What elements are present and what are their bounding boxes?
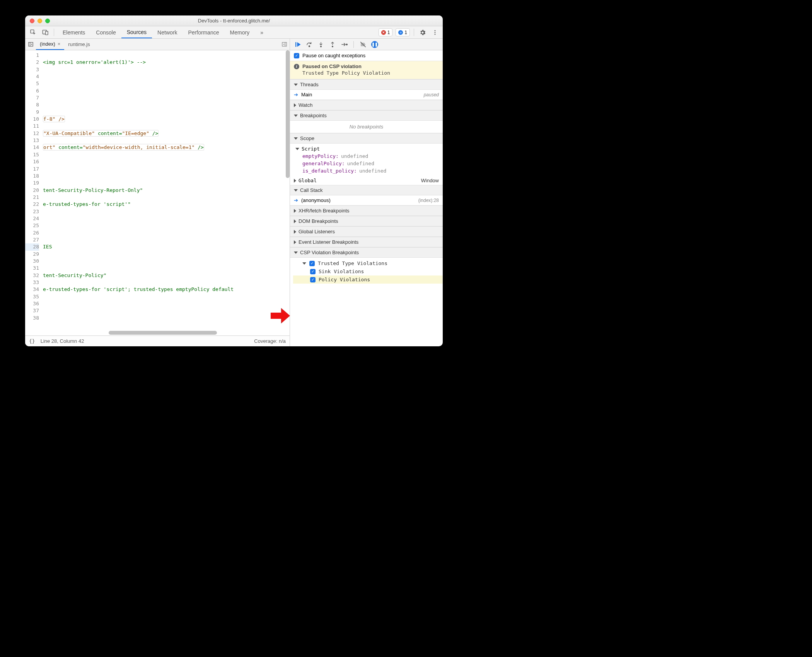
chevron-right-icon	[294, 209, 296, 213]
editor-tab-index[interactable]: (index) ×	[36, 39, 64, 50]
pretty-print-icon[interactable]: {}	[29, 338, 35, 344]
tab-sources[interactable]: Sources	[121, 26, 152, 38]
chevron-down-icon	[294, 137, 298, 140]
resume-icon[interactable]	[293, 40, 302, 49]
stack-frame-row[interactable]: ➔ (anonymous) (index):28	[290, 195, 443, 205]
chevron-right-icon	[294, 230, 296, 234]
debugger-content: ✓ Pause on caught exceptions i Paused on…	[290, 50, 443, 346]
svg-rect-7	[282, 43, 286, 46]
chevron-down-icon	[294, 189, 298, 192]
tab-network[interactable]: Network	[152, 26, 183, 38]
settings-icon[interactable]	[417, 26, 428, 38]
tab-elements[interactable]: Elements	[57, 26, 90, 38]
errors-badge[interactable]: ✕ 1	[379, 28, 393, 36]
step-into-icon[interactable]	[316, 40, 326, 49]
device-toggle-icon[interactable]	[40, 26, 51, 38]
tabs-overflow[interactable]: »	[255, 26, 269, 38]
pause-state-icon[interactable]: ❚❚	[370, 40, 379, 49]
horizontal-scrollbar[interactable]	[58, 331, 286, 335]
editor-tab-label: runtime.js	[68, 41, 90, 47]
editor-tab-runtime[interactable]: runtime.js	[64, 39, 94, 50]
chevron-right-icon	[294, 103, 296, 107]
checkbox-icon[interactable]: ✓	[310, 269, 316, 274]
window-title: DevTools - tt-enforced.glitch.me/	[25, 18, 443, 24]
sources-content: (index) × runtime.js 1234567891011121314…	[25, 39, 443, 346]
chevron-down-icon	[294, 115, 298, 117]
global-listeners-header[interactable]: Global Listeners	[290, 226, 443, 237]
csp-tree: ✓ Trusted Type Violations ✓ Sink Violati…	[290, 258, 443, 287]
event-listener-breakpoints-header[interactable]: Event Listener Breakpoints	[290, 237, 443, 247]
debugger-toolbar: ❚❚	[290, 39, 443, 50]
coverage-indicator: Coverage: n/a	[254, 338, 286, 344]
show-navigator-icon[interactable]	[25, 39, 36, 50]
svg-point-12	[346, 44, 347, 45]
tab-console[interactable]: Console	[90, 26, 121, 38]
dom-breakpoints-header[interactable]: DOM Breakpoints	[290, 216, 443, 226]
svg-rect-2	[45, 31, 48, 35]
chevron-down-icon	[294, 84, 298, 86]
line-gutter: 1234567891011121314151617181920212223242…	[25, 50, 41, 335]
devtools-window: DevTools - tt-enforced.glitch.me/ Elemen…	[25, 15, 443, 346]
deactivate-breakpoints-icon[interactable]	[358, 40, 368, 49]
thread-row-main[interactable]: ➔ Main paused	[290, 90, 443, 100]
kebab-menu-icon[interactable]	[430, 26, 440, 38]
traffic-lights	[25, 19, 50, 23]
watch-section-header[interactable]: Watch	[290, 100, 443, 110]
current-thread-icon: ➔	[294, 92, 298, 98]
titlebar: DevTools - tt-enforced.glitch.me/	[25, 15, 443, 26]
svg-point-11	[332, 46, 333, 47]
svg-point-4	[435, 32, 436, 33]
code-body[interactable]: <img src=1 onerror='alert(1)'> --> f-8" …	[41, 50, 290, 335]
checkbox-icon[interactable]: ✓	[309, 261, 315, 266]
paused-title: Paused on CSP violation	[302, 63, 362, 69]
paused-info-box: i Paused on CSP violation Trusted Type P…	[290, 61, 443, 79]
xhr-breakpoints-header[interactable]: XHR/fetch Breakpoints	[290, 205, 443, 216]
no-breakpoints-message: No breakpoints	[290, 121, 443, 133]
code-editor[interactable]: 1234567891011121314151617181920212223242…	[25, 50, 290, 335]
svg-point-3	[435, 30, 436, 31]
csp-trusted-type-row[interactable]: ✓ Trusted Type Violations	[293, 259, 443, 267]
svg-point-5	[435, 34, 436, 35]
cursor-position: Line 28, Column 42	[41, 338, 84, 344]
tab-performance[interactable]: Performance	[183, 26, 224, 38]
csp-policy-violations-row[interactable]: ✓ Policy Violations	[293, 275, 443, 284]
debugger-pane: ❚❚ ✓ Pause on caught exceptions i Paused…	[290, 39, 443, 346]
svg-rect-6	[28, 43, 32, 46]
step-out-icon[interactable]	[328, 40, 337, 49]
zoom-window-icon[interactable]	[45, 19, 50, 23]
close-window-icon[interactable]	[30, 19, 34, 23]
step-icon[interactable]	[339, 40, 349, 49]
chevron-right-icon	[294, 219, 296, 223]
checkbox-icon[interactable]: ✓	[310, 277, 316, 282]
editor-pane: (index) × runtime.js 1234567891011121314…	[25, 39, 290, 346]
scope-global-row[interactable]: Global Window	[290, 176, 443, 185]
csp-sink-violations-row[interactable]: ✓ Sink Violations	[293, 267, 443, 275]
svg-point-9	[309, 46, 310, 47]
info-icon: i	[294, 64, 299, 69]
chevron-down-icon	[302, 262, 306, 265]
svg-rect-8	[295, 42, 296, 47]
message-icon: ≡	[398, 30, 403, 35]
messages-count: 1	[404, 30, 407, 35]
breakpoints-section-header[interactable]: Breakpoints	[290, 110, 443, 121]
errors-count: 1	[387, 30, 390, 35]
checkbox-icon[interactable]: ✓	[294, 53, 299, 58]
callstack-section-header[interactable]: Call Stack	[290, 185, 443, 195]
messages-badge[interactable]: ≡ 1	[396, 28, 410, 36]
show-debugger-icon[interactable]	[279, 39, 290, 50]
chevron-down-icon[interactable]	[295, 148, 299, 150]
chevron-right-icon	[294, 179, 296, 183]
csp-violation-breakpoints-header[interactable]: CSP Violation Breakpoints	[290, 247, 443, 258]
minimize-window-icon[interactable]	[38, 19, 42, 23]
threads-section-header[interactable]: Threads	[290, 79, 443, 90]
vertical-scrollbar[interactable]	[286, 50, 290, 331]
paused-subtitle: Trusted Type Policy Violation	[302, 70, 439, 76]
svg-point-10	[321, 46, 322, 47]
tab-memory[interactable]: Memory	[225, 26, 255, 38]
inspect-element-icon[interactable]	[27, 26, 38, 38]
step-over-icon[interactable]	[305, 40, 314, 49]
pause-on-caught-exceptions-row[interactable]: ✓ Pause on caught exceptions	[290, 50, 443, 61]
panel-bar: Elements Console Sources Network Perform…	[25, 26, 443, 39]
scope-section-header[interactable]: Scope	[290, 133, 443, 144]
close-icon[interactable]: ×	[58, 41, 61, 47]
